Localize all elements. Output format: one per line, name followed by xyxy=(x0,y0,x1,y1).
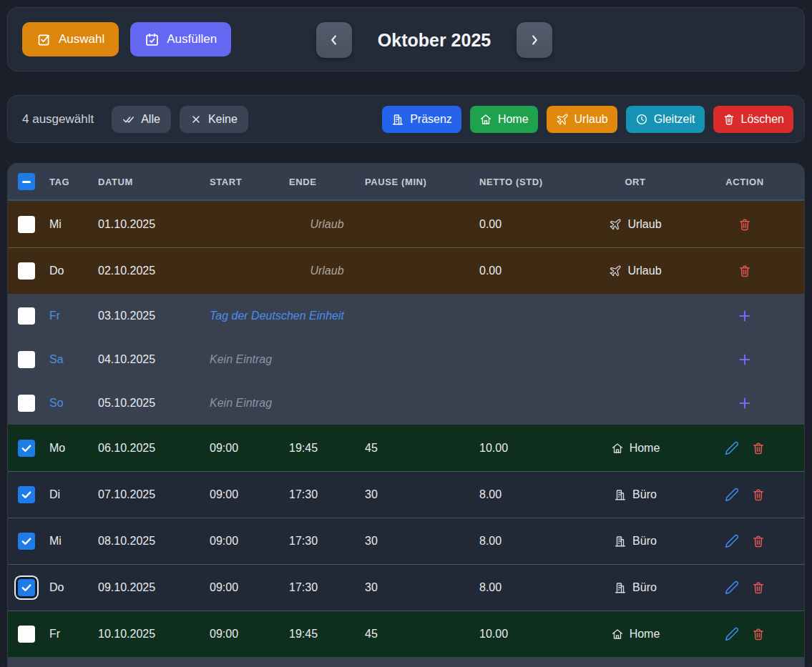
trash-icon xyxy=(738,264,752,278)
row-checkbox[interactable] xyxy=(18,626,35,643)
location-label: Büro xyxy=(632,581,657,594)
date-label: 07.10.2025 xyxy=(98,488,210,501)
row-checkbox[interactable] xyxy=(18,579,35,596)
end-time: 17:30 xyxy=(289,535,365,548)
urlaub-button[interactable]: Urlaub xyxy=(547,106,617,133)
row-checkbox[interactable] xyxy=(18,440,35,457)
trash-icon xyxy=(751,488,765,502)
pause-minutes: 30 xyxy=(365,581,479,594)
selected-count: 4 ausgewählt xyxy=(22,112,94,127)
select-all-checkbox[interactable] xyxy=(18,173,35,190)
trash-icon xyxy=(738,217,752,232)
date-label: 05.10.2025 xyxy=(98,397,210,410)
start-time: 09:00 xyxy=(210,581,289,594)
netto-hours: 0.00 xyxy=(479,218,585,231)
column-header-action: ACTION xyxy=(685,177,804,187)
selection-bar: 4 ausgewählt Alle Keine Präsenz Home Url… xyxy=(7,95,805,143)
location-label: Home xyxy=(630,628,660,641)
table-cell xyxy=(8,262,49,280)
table-row: So05.10.2025Kein Eintrag xyxy=(8,381,804,425)
delete-button[interactable] xyxy=(751,580,765,595)
row-checkbox[interactable] xyxy=(18,262,35,280)
table-cell xyxy=(8,395,49,412)
table-cell: Urlaub xyxy=(585,265,685,277)
row-checkbox[interactable] xyxy=(18,307,35,325)
end-time: 17:30 xyxy=(289,581,365,594)
home-label: Home xyxy=(498,113,529,126)
date-label: 04.10.2025 xyxy=(98,353,210,366)
table-cell: Urlaub xyxy=(210,218,479,231)
add-button[interactable] xyxy=(737,308,753,324)
edit-button[interactable] xyxy=(725,627,739,641)
previous-month-button[interactable] xyxy=(316,22,352,58)
clock-icon xyxy=(635,113,648,126)
edit-button[interactable] xyxy=(725,580,739,595)
praesenz-button[interactable]: Präsenz xyxy=(382,106,461,133)
start-time: 09:00 xyxy=(210,488,289,501)
ausfuellen-button[interactable]: Ausfüllen xyxy=(130,22,231,56)
ausfuellen-label: Ausfüllen xyxy=(167,32,217,46)
building-icon xyxy=(614,581,627,594)
delete-button[interactable] xyxy=(751,488,765,502)
day-label: Mi xyxy=(49,535,98,548)
table-cell: Büro xyxy=(585,488,685,501)
table-cell: Home xyxy=(585,442,685,455)
table-row: Do02.10.2025Urlaub0.00Urlaub xyxy=(8,247,804,294)
column-header-start: START xyxy=(210,177,289,187)
delete-button[interactable] xyxy=(738,264,752,278)
table-cell xyxy=(685,534,804,548)
plus-icon xyxy=(737,308,753,324)
entry-status-label: Kein Eintrag xyxy=(210,353,272,365)
netto-hours: 8.00 xyxy=(479,488,585,501)
end-time: 19:45 xyxy=(289,442,365,455)
delete-button[interactable] xyxy=(751,441,765,455)
delete-button[interactable] xyxy=(751,627,765,641)
edit-button[interactable] xyxy=(725,488,739,502)
pause-minutes: 45 xyxy=(365,442,479,455)
date-label: 10.10.2025 xyxy=(98,628,210,641)
auswahl-label: Auswahl xyxy=(59,32,104,46)
location-label: Urlaub xyxy=(627,265,661,277)
date-label: 08.10.2025 xyxy=(98,535,210,548)
day-label: Mo xyxy=(49,442,98,455)
row-checkbox[interactable] xyxy=(18,533,35,550)
select-none-label: Keine xyxy=(208,113,238,126)
pause-minutes: 30 xyxy=(365,535,479,548)
select-all-button[interactable]: Alle xyxy=(112,106,171,133)
delete-button[interactable] xyxy=(738,217,752,232)
loeschen-button[interactable]: Löschen xyxy=(713,106,794,133)
add-button[interactable] xyxy=(737,352,753,367)
column-header-ort: ORT xyxy=(585,177,685,187)
netto-hours: 0.00 xyxy=(479,265,585,277)
gleitzeit-button[interactable]: Gleitzeit xyxy=(626,106,705,133)
entry-status-label: Urlaub xyxy=(289,265,365,277)
location-label: Büro xyxy=(632,535,657,548)
row-checkbox[interactable] xyxy=(18,351,35,368)
table-row: Mi08.10.202509:0017:30308.00Büro xyxy=(8,518,804,564)
add-button[interactable] xyxy=(737,395,753,411)
trash-icon xyxy=(751,580,765,595)
row-checkbox[interactable] xyxy=(18,216,35,233)
pause-minutes: 45 xyxy=(365,628,479,641)
next-month-button[interactable] xyxy=(517,22,552,58)
date-label: 01.10.2025 xyxy=(98,218,210,231)
building-icon xyxy=(614,535,627,548)
home-button[interactable]: Home xyxy=(470,106,538,133)
table-cell xyxy=(8,216,49,233)
table-cell xyxy=(685,395,804,411)
edit-button[interactable] xyxy=(725,441,739,455)
row-checkbox[interactable] xyxy=(18,486,35,503)
delete-button[interactable] xyxy=(751,534,765,548)
location-label: Büro xyxy=(632,488,657,501)
urlaub-label: Urlaub xyxy=(574,113,608,126)
edit-button[interactable] xyxy=(725,534,739,548)
auswahl-button[interactable]: Auswahl xyxy=(22,22,119,56)
end-time: 17:30 xyxy=(289,488,365,501)
double-check-icon xyxy=(122,113,134,125)
select-none-button[interactable]: Keine xyxy=(180,106,248,133)
table-cell: Kein Eintrag xyxy=(210,397,479,410)
loeschen-label: Löschen xyxy=(741,113,785,126)
row-checkbox[interactable] xyxy=(18,395,35,412)
trash-icon xyxy=(751,627,765,641)
building-icon xyxy=(614,488,627,501)
